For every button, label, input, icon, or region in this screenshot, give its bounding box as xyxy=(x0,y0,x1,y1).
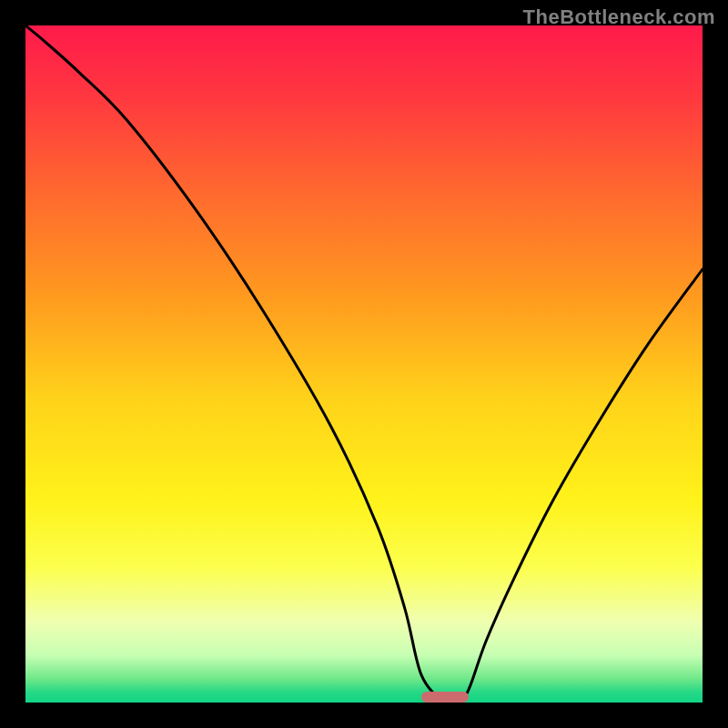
optimal-range-marker xyxy=(421,692,469,703)
outer-frame: TheBottleneck.com xyxy=(0,0,728,728)
plot-area xyxy=(25,25,703,703)
bottleneck-curve xyxy=(25,25,703,703)
curve-svg xyxy=(25,25,703,703)
